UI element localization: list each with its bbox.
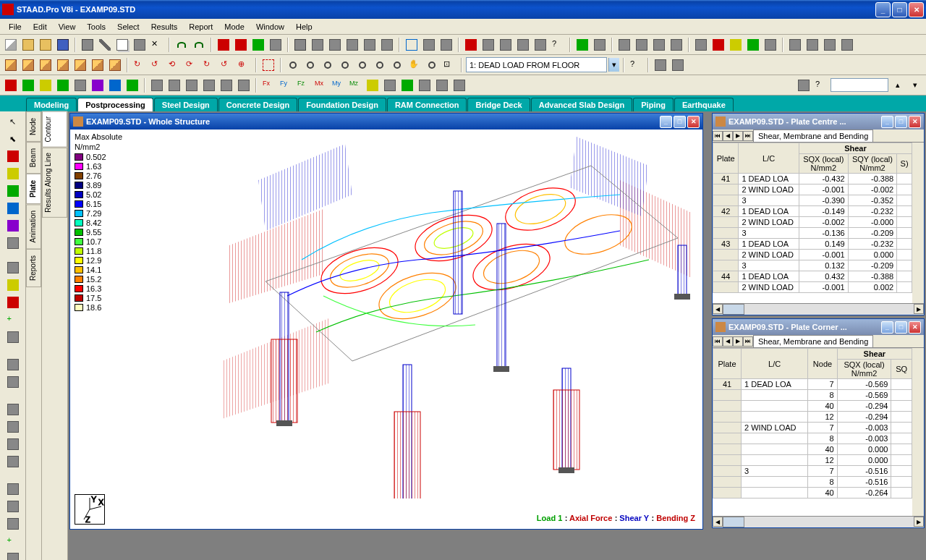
table-row[interactable]: 2 WIND LOAD-0.0010.000 [713,250,912,260]
minimize-button[interactable]: _ [875,2,891,17]
t3-btn4[interactable] [55,77,71,93]
iso-view5[interactable] [72,57,88,73]
table-row[interactable]: 3-0.136-0.209 [713,228,912,239]
menu-results[interactable]: Results [145,21,184,33]
new-button[interactable] [3,37,19,53]
t3-a3[interactable] [184,77,200,93]
tab-steel-design[interactable]: Steel Design [154,98,218,111]
paste-button[interactable] [132,37,148,53]
side-tab-beam[interactable]: Beam [26,142,41,174]
menu-window[interactable]: Window [250,21,290,33]
tab-next[interactable]: ▶ [733,131,743,141]
moment-mz[interactable]: Mz [347,77,363,93]
cut-button[interactable] [97,37,113,53]
section-tool[interactable] [260,57,276,73]
layer-tool4[interactable] [839,37,855,53]
select-beam[interactable] [6,166,20,181]
rotate-tool3[interactable]: ⟲ [166,57,182,73]
plate-centre-grid[interactable]: PlateL/CShearSQX (local)N/mm2SQY (local)… [713,143,912,303]
zoom-window[interactable] [320,57,336,73]
child-maximize[interactable]: □ [895,321,907,334]
help2-button[interactable]: ? [628,57,644,73]
layer-tool3[interactable] [822,37,838,53]
preview-button[interactable] [310,37,326,53]
layer-tool2[interactable] [804,37,820,53]
scale-input[interactable] [831,78,888,92]
table-row[interactable]: 421 DEAD LOA-0.149-0.232 [713,206,912,217]
tab-piping[interactable]: Piping [633,98,674,111]
table-row[interactable]: 411 DEAD LOA-0.432-0.388 [713,174,912,184]
table-row[interactable]: 411 DEAD LOA7-0.569 [713,379,912,390]
sheet-tab[interactable]: Shear, Membrane and Bending [753,335,873,347]
table-row[interactable]: 2 WIND LOAD-0.001-0.002 [713,184,912,195]
view-tool1[interactable] [421,37,437,53]
select-node[interactable] [6,149,20,164]
menu-view[interactable]: View [53,21,82,33]
structure-tool3[interactable] [763,37,778,53]
iso-view3[interactable] [38,57,54,73]
tab-modeling[interactable]: Modeling [26,98,77,111]
t3-btn1[interactable] [3,77,19,93]
delete-button[interactable]: ✕ [149,37,165,53]
iso-view1[interactable] [3,57,19,73]
moment-mx[interactable]: Mx [313,77,328,93]
tab-first[interactable]: ⏮ [713,336,723,347]
menu-tools[interactable]: Tools [81,21,111,33]
table-row[interactable]: 441 DEAD LOA0.432-0.388 [713,271,912,282]
tab-concrete-design[interactable]: Concrete Design [218,98,297,111]
misc-lt3[interactable] [6,437,20,451]
label-tool2[interactable] [6,375,20,389]
t3-btn5[interactable] [72,77,88,93]
moment-my[interactable]: My [330,77,346,93]
zoom-dynamic[interactable] [354,57,370,73]
t3-btn8[interactable] [124,77,140,93]
hscrollbar[interactable]: ◀▶ [713,303,924,315]
open2-button[interactable] [38,37,54,53]
child-close[interactable]: ✕ [687,116,700,128]
zoom-realtime[interactable] [424,57,440,73]
tab-foundation-design[interactable]: Foundation Design [298,98,386,111]
win-cascade[interactable] [651,37,667,53]
tab-advanced-slab-design[interactable]: Advanced Slab Design [531,98,633,111]
support-tool2[interactable] [710,37,726,53]
grp-lt5[interactable] [6,551,20,560]
table-row[interactable]: 120.000 [713,455,912,466]
pointer-tool[interactable]: ↖ [6,114,20,129]
misc-tool1[interactable] [653,57,668,73]
side-tab-plate[interactable]: Plate [26,174,41,204]
result-t3[interactable] [399,77,415,93]
iso-view2[interactable] [20,57,36,73]
tool-c[interactable] [250,37,266,53]
grp-lt4[interactable]: + [6,534,20,548]
t3-a1[interactable] [149,77,165,93]
geom-plate[interactable] [6,295,20,310]
hscrollbar[interactable]: ◀▶ [713,516,924,527]
tab-last[interactable]: ⏭ [743,131,753,141]
misc-tool2[interactable] [670,57,686,73]
misc-lt1[interactable] [6,402,20,417]
side-tab-node[interactable]: Node [26,111,41,142]
help-button[interactable]: ? [550,37,566,53]
menu-file[interactable]: File [3,21,27,33]
select-solid[interactable] [6,201,20,216]
rotate-tool6[interactable]: ↺ [218,57,234,73]
result-t5[interactable] [434,77,450,93]
sheet-tab[interactable]: Shear, Membrane and Bending [753,130,873,142]
t3-a4[interactable] [201,77,217,93]
tab-earthquake[interactable]: Earthquake [674,98,734,111]
scale-up[interactable]: ▴ [890,77,906,93]
sub-tab-results-along-line[interactable]: Results Along Line [42,148,67,218]
info-tool[interactable]: ? [813,77,829,93]
cursor-tool[interactable]: ⬉ [6,132,20,146]
iso-view6[interactable] [90,57,106,73]
t3-btn2[interactable] [20,77,36,93]
geom-beam[interactable] [6,278,20,292]
child-maximize[interactable]: □ [895,116,907,128]
label-tool1[interactable] [6,357,20,372]
camera-button[interactable] [327,37,343,53]
table-row[interactable]: 8-0.003 [713,433,912,444]
rotate-tool4[interactable]: ⟳ [184,57,200,73]
table-row[interactable]: 2 WIND LOAD7-0.003 [713,423,912,433]
result-t1[interactable] [365,77,381,93]
child-minimize[interactable]: _ [881,321,893,334]
